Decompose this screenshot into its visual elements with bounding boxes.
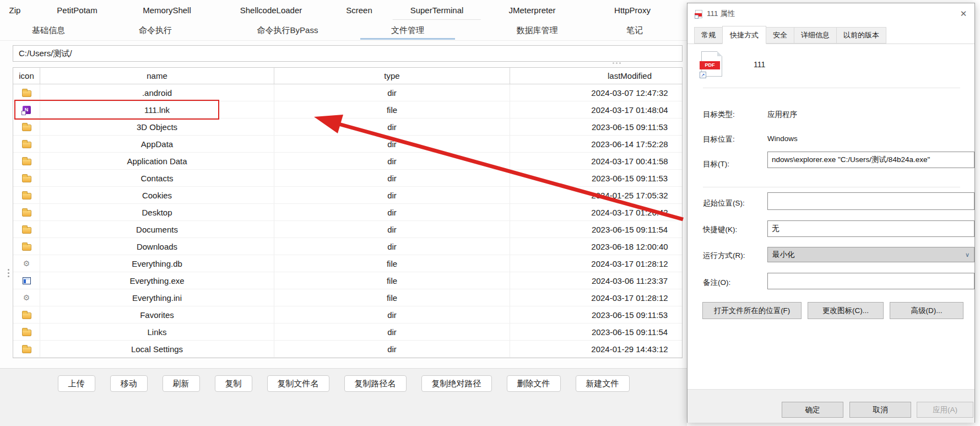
sub-tab-命令执行[interactable]: 命令执行 [139, 21, 172, 40]
top-tab-MemoryShell[interactable]: MemoryShell [143, 0, 191, 21]
button-复制文件名[interactable]: 复制文件名 [267, 375, 329, 392]
button-新建文件[interactable]: 新建文件 [576, 375, 630, 392]
dialog-tab-详细信息[interactable]: 详细信息 [794, 27, 837, 44]
table-row[interactable]: Contactsdir2023-06-15 09:11:53 [13, 170, 683, 187]
dialog-tab-快捷方式[interactable]: 快捷方式 [722, 26, 766, 44]
column-header-lastModified[interactable]: lastModified [510, 68, 683, 84]
column-header-name[interactable]: name [40, 68, 274, 84]
file-name: .android [40, 84, 274, 101]
table-row[interactable]: N111.lnkfile2024-03-17 01:48:04 [13, 101, 683, 118]
target-location-value: Windows [767, 134, 798, 143]
file-name: Everything.db [40, 255, 274, 272]
run-mode-select[interactable]: 最小化 ∨ [767, 247, 974, 262]
table-row[interactable]: 3D Objectsdir2023-06-15 09:11:53 [13, 118, 683, 136]
table-row[interactable]: Documentsdir2023-06-15 09:11:54 [13, 221, 683, 238]
file-type: dir [274, 187, 510, 203]
run-mode-value: 最小化 [772, 250, 795, 260]
table-row[interactable]: Linksdir2023-06-15 09:11:54 [13, 323, 683, 341]
file-name: Desktop [40, 204, 274, 220]
file-modified: 2024-03-07 12:47:32 [510, 84, 683, 101]
button-删除文件[interactable]: 删除文件 [507, 375, 561, 392]
folder-icon [22, 159, 31, 165]
sub-tab-文件管理[interactable]: 文件管理 [391, 21, 424, 40]
button-更改图标(C)...[interactable]: 更改图标(C)... [808, 302, 884, 319]
top-tab-PetitPotam[interactable]: PetitPotam [57, 0, 97, 21]
file-type: file [274, 101, 510, 118]
button-复制路径名[interactable]: 复制路径名 [344, 375, 407, 392]
column-header-type[interactable]: type [274, 68, 510, 84]
pdf-label: PDF [700, 61, 720, 69]
table-row[interactable]: Everything.exefile2024-03-06 11:23:37 [13, 272, 683, 289]
properties-dialog: 111 属性 ✕ 常规快捷方式安全详细信息以前的版本 PDF ↗ 111 目标类… [687, 3, 975, 423]
sub-tab-基础信息[interactable]: 基础信息 [32, 21, 65, 40]
close-icon[interactable]: ✕ [957, 8, 970, 20]
table-row[interactable]: Downloadsdir2023-06-18 12:00:40 [13, 238, 683, 255]
button-复制[interactable]: 复制 [215, 375, 252, 392]
button-取消[interactable]: 取消 [849, 402, 911, 418]
button-高级(D)...[interactable]: 高级(D)... [890, 302, 963, 319]
sub-tab-数据库管理[interactable]: 数据库管理 [517, 21, 558, 40]
pane-resize-handle[interactable] [8, 269, 10, 280]
table-row[interactable]: .androiddir2024-03-07 12:47:32 [13, 84, 683, 101]
file-modified: 2023-06-15 09:11:53 [510, 306, 683, 323]
table-row[interactable]: Application Datadir2024-03-17 00:41:58 [13, 153, 683, 170]
folder-icon [22, 125, 31, 131]
target-input[interactable] [767, 152, 974, 168]
file-name: Cookies [40, 187, 274, 203]
top-tab-Zip[interactable]: Zip [9, 0, 21, 21]
table-row[interactable]: AppDatadir2023-06-14 17:52:28 [13, 136, 683, 153]
dialog-tab-以前的版本[interactable]: 以前的版本 [836, 27, 886, 44]
sub-tab-笔记[interactable]: 笔记 [626, 21, 643, 40]
sub-tab-命令执行ByPass[interactable]: 命令执行ByPass [257, 21, 318, 40]
separator [703, 187, 960, 187]
button-打开文件所在的位置(F)[interactable]: 打开文件所在的位置(F) [702, 302, 802, 319]
top-tab-HttpProxy[interactable]: HttpProxy [614, 0, 651, 21]
table-row[interactable]: Cookiesdir2024-01-25 17:05:32 [13, 187, 683, 204]
table-row[interactable]: ⚙Everything.dbfile2024-03-17 01:28:12 [13, 255, 683, 272]
button-上传[interactable]: 上传 [58, 375, 95, 392]
folder-icon [22, 227, 31, 234]
table-row[interactable]: ⚙Everything.inifile2024-03-17 01:28:12 [13, 289, 683, 306]
file-name: Everything.ini [40, 289, 274, 306]
module-tab-bar: 基础信息命令执行命令执行ByPass文件管理数据库管理笔记 [0, 21, 687, 41]
top-tab-SuperTerminal[interactable]: SuperTerminal [410, 0, 464, 21]
icon-cell [13, 170, 40, 186]
file-name: Documents [40, 221, 274, 238]
button-移动[interactable]: 移动 [110, 375, 148, 392]
table-row[interactable]: Local Settingsdir2024-01-29 14:43:12 [13, 341, 683, 358]
target-location-label: 目标位置: [703, 134, 735, 144]
file-modified: 2023-06-15 09:11:54 [510, 221, 683, 238]
shortcut-arrow-icon: ↗ [700, 72, 706, 78]
icon-cell [13, 153, 40, 169]
path-input[interactable] [13, 45, 683, 62]
button-复制绝对路径[interactable]: 复制绝对路径 [421, 375, 492, 392]
file-type: dir [274, 341, 510, 357]
column-resize-handle[interactable] [613, 62, 624, 64]
start-in-input[interactable] [767, 192, 974, 210]
top-tab-ShellcodeLoader[interactable]: ShellcodeLoader [240, 0, 302, 21]
button-刷新[interactable]: 刷新 [163, 375, 200, 392]
table-row[interactable]: Favoritesdir2023-06-15 09:11:53 [13, 306, 683, 323]
gear-icon: ⚙ [23, 294, 30, 301]
icon-cell [13, 84, 40, 101]
dialog-tab-安全[interactable]: 安全 [766, 27, 794, 44]
app-window-icon [23, 277, 31, 284]
top-tab-Screen[interactable]: Screen [346, 0, 372, 21]
table-row[interactable]: Desktopdir2024-03-17 01:26:42 [13, 204, 683, 221]
file-modified: 2023-06-15 09:11:53 [510, 170, 683, 186]
dialog-title-bar[interactable]: 111 属性 ✕ [687, 3, 974, 24]
top-tab-bar: ZipPetitPotamMemoryShellShellcodeLoaderS… [0, 0, 687, 21]
icon-cell [13, 221, 40, 238]
file-type: file [274, 289, 510, 306]
top-tab-JMeterpreter[interactable]: JMeterpreter [508, 0, 555, 21]
folder-icon [22, 142, 31, 148]
column-header-icon[interactable]: icon [13, 68, 40, 84]
dialog-tab-常规[interactable]: 常规 [694, 27, 723, 44]
comment-input[interactable] [767, 273, 974, 289]
shortcut-key-input[interactable] [767, 220, 974, 237]
icon-cell [13, 187, 40, 203]
button-应用(A): 应用(A) [917, 402, 973, 418]
file-modified: 2024-03-06 11:23:37 [510, 272, 683, 289]
file-type: file [274, 272, 510, 289]
button-确定[interactable]: 确定 [782, 402, 843, 418]
